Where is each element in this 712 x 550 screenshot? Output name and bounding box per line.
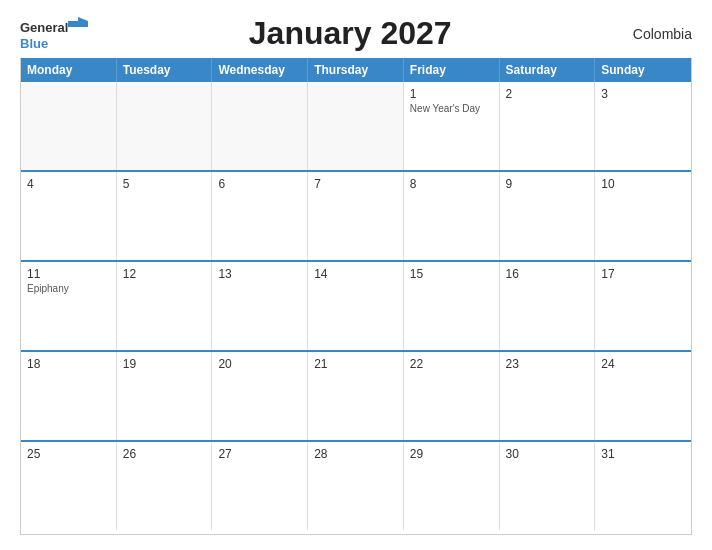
day-number: 2	[506, 87, 589, 101]
day-number: 31	[601, 447, 685, 461]
day-number: 16	[506, 267, 589, 281]
day-cell: 27	[212, 442, 308, 530]
day-number: 12	[123, 267, 206, 281]
day-number: 26	[123, 447, 206, 461]
day-cell: 14	[308, 262, 404, 350]
day-number: 24	[601, 357, 685, 371]
day-cell: 13	[212, 262, 308, 350]
day-cell: 16	[500, 262, 596, 350]
logo-blue: Blue	[20, 37, 48, 50]
day-cell: 29	[404, 442, 500, 530]
day-cell: 20	[212, 352, 308, 440]
day-cell: 1New Year's Day	[404, 82, 500, 170]
day-cell: 10	[595, 172, 691, 260]
day-cell: 6	[212, 172, 308, 260]
day-cell: 19	[117, 352, 213, 440]
day-cell: 22	[404, 352, 500, 440]
day-cell: 30	[500, 442, 596, 530]
day-cell: 15	[404, 262, 500, 350]
day-number: 22	[410, 357, 493, 371]
day-headers: MondayTuesdayWednesdayThursdayFridaySatu…	[21, 58, 691, 82]
day-cell: 11Epiphany	[21, 262, 117, 350]
day-number: 8	[410, 177, 493, 191]
country-label: Colombia	[612, 26, 692, 42]
day-number: 9	[506, 177, 589, 191]
day-header-friday: Friday	[404, 58, 500, 82]
logo-flag-icon	[68, 17, 88, 37]
day-header-saturday: Saturday	[500, 58, 596, 82]
day-number: 1	[410, 87, 493, 101]
calendar: MondayTuesdayWednesdayThursdayFridaySatu…	[20, 58, 692, 535]
day-cell: 21	[308, 352, 404, 440]
day-cell: 8	[404, 172, 500, 260]
day-number: 15	[410, 267, 493, 281]
day-number: 18	[27, 357, 110, 371]
day-number: 13	[218, 267, 301, 281]
day-number: 11	[27, 267, 110, 281]
day-cell: 23	[500, 352, 596, 440]
logo-general: General	[20, 21, 68, 34]
day-cell	[308, 82, 404, 170]
calendar-body: 1New Year's Day234567891011Epiphany12131…	[21, 82, 691, 530]
day-cell	[212, 82, 308, 170]
day-header-tuesday: Tuesday	[117, 58, 213, 82]
week-row-5: 25262728293031	[21, 442, 691, 530]
day-number: 27	[218, 447, 301, 461]
day-number: 20	[218, 357, 301, 371]
day-cell: 28	[308, 442, 404, 530]
week-row-4: 18192021222324	[21, 352, 691, 442]
week-row-2: 45678910	[21, 172, 691, 262]
day-number: 7	[314, 177, 397, 191]
day-number: 29	[410, 447, 493, 461]
day-number: 30	[506, 447, 589, 461]
week-row-1: 1New Year's Day23	[21, 82, 691, 172]
day-cell: 12	[117, 262, 213, 350]
logo: General Blue	[20, 17, 88, 50]
day-number: 3	[601, 87, 685, 101]
day-number: 17	[601, 267, 685, 281]
day-cell: 2	[500, 82, 596, 170]
day-cell: 5	[117, 172, 213, 260]
day-number: 4	[27, 177, 110, 191]
day-header-wednesday: Wednesday	[212, 58, 308, 82]
day-cell: 17	[595, 262, 691, 350]
day-number: 14	[314, 267, 397, 281]
day-header-sunday: Sunday	[595, 58, 691, 82]
day-cell	[117, 82, 213, 170]
day-cell: 24	[595, 352, 691, 440]
holiday-label: Epiphany	[27, 283, 110, 294]
day-cell: 4	[21, 172, 117, 260]
day-cell: 25	[21, 442, 117, 530]
day-cell: 18	[21, 352, 117, 440]
day-cell: 31	[595, 442, 691, 530]
day-cell: 3	[595, 82, 691, 170]
day-number: 28	[314, 447, 397, 461]
day-header-monday: Monday	[21, 58, 117, 82]
day-number: 6	[218, 177, 301, 191]
day-number: 23	[506, 357, 589, 371]
day-cell: 7	[308, 172, 404, 260]
day-number: 10	[601, 177, 685, 191]
day-header-thursday: Thursday	[308, 58, 404, 82]
day-number: 25	[27, 447, 110, 461]
day-number: 19	[123, 357, 206, 371]
day-cell: 26	[117, 442, 213, 530]
day-number: 21	[314, 357, 397, 371]
day-cell: 9	[500, 172, 596, 260]
month-title: January 2027	[88, 15, 612, 52]
day-cell	[21, 82, 117, 170]
holiday-label: New Year's Day	[410, 103, 493, 114]
week-row-3: 11Epiphany121314151617	[21, 262, 691, 352]
day-number: 5	[123, 177, 206, 191]
